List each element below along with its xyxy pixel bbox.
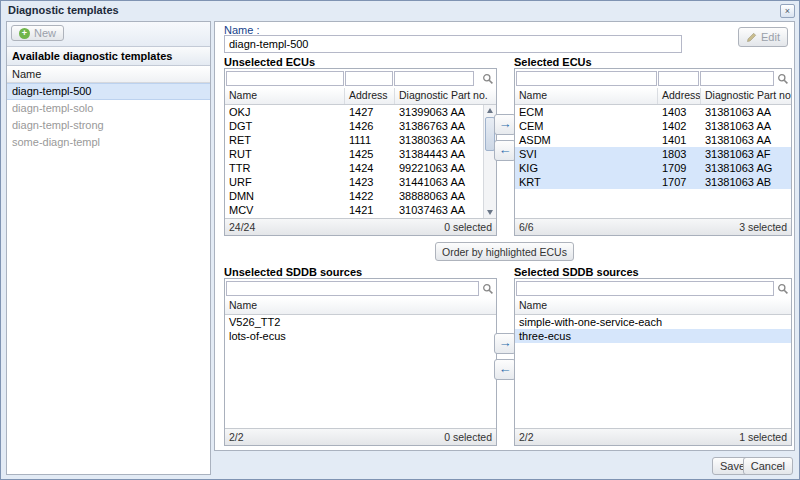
table-row[interactable]: ASDM 1401 31381063 AA	[515, 133, 791, 147]
cell-part: 31381063 AA	[701, 133, 775, 147]
cancel-button[interactable]: Cancel	[743, 457, 793, 475]
close-icon[interactable]: ×	[780, 4, 795, 18]
row-count: 2/2	[519, 431, 534, 443]
filter-input-name[interactable]	[226, 281, 479, 296]
cell-address: 1709	[658, 161, 701, 175]
filter-input-name[interactable]	[516, 281, 774, 296]
column-header-name[interactable]: Name	[515, 298, 791, 314]
cell-name: V526_TT2	[225, 315, 496, 329]
edit-button[interactable]: Edit	[738, 27, 788, 47]
list-item[interactable]: diagn-templ-strong	[7, 117, 210, 134]
move-right-button[interactable]: →	[494, 114, 516, 135]
filter-input-name[interactable]	[226, 71, 344, 86]
table-row[interactable]: URF 1423 31441063 AA	[225, 175, 496, 189]
search-icon[interactable]	[480, 281, 495, 296]
scroll-down-icon[interactable]	[487, 210, 493, 215]
cell-part: 31380363 AA	[395, 133, 469, 147]
templates-column-header[interactable]: Name	[7, 66, 210, 83]
table-row[interactable]: RET 1111 31380363 AA	[225, 133, 496, 147]
move-right-button[interactable]: →	[494, 333, 516, 354]
selected-count: 3 selected	[739, 221, 787, 233]
table-row[interactable]: KIG 1709 31381063 AG	[515, 161, 791, 175]
list-item[interactable]: diagn-templ-500	[7, 83, 210, 100]
table-row[interactable]: simple-with-one-service-each	[515, 315, 791, 329]
templates-panel: + New Available diagnostic templates Nam…	[6, 21, 211, 475]
cell-part: 31381063 AA	[701, 105, 775, 119]
cell-address: 1422	[345, 189, 395, 203]
selected-ecus-grid: Name Address Diagnostic Part no. ECM 140…	[514, 68, 792, 236]
filter-input-part[interactable]	[394, 71, 474, 86]
order-by-highlighted-button[interactable]: Order by highlighted ECUs	[435, 242, 574, 261]
move-left-button[interactable]: ←	[494, 359, 516, 380]
filter-input-part[interactable]	[700, 71, 774, 86]
cell-address: 1427	[345, 105, 395, 119]
search-icon[interactable]	[775, 281, 790, 296]
selected-sddb-grid: Name simple-with-one-service-each three-…	[514, 278, 792, 446]
scroll-up-icon[interactable]	[487, 108, 493, 113]
table-row[interactable]: RUT 1425 31384443 AA	[225, 147, 496, 161]
column-header-name[interactable]: Name	[515, 88, 658, 104]
table-row[interactable]: MCV 1421 31037463 AA	[225, 203, 496, 217]
window-title: Diagnostic templates	[8, 4, 119, 16]
cell-name: DGT	[225, 119, 345, 133]
row-count: 6/6	[519, 221, 534, 233]
table-row[interactable]: three-ecus	[515, 329, 791, 343]
table-row[interactable]: DMN 1422 38888063 AA	[225, 189, 496, 203]
selected-sddb-title: Selected SDDB sources	[514, 266, 639, 278]
name-input[interactable]	[224, 35, 682, 53]
table-row[interactable]: OKJ 1427 31399063 AA	[225, 105, 496, 119]
cell-name: URF	[225, 175, 345, 189]
cell-address: 1424	[345, 161, 395, 175]
window-titlebar: Diagnostic templates	[1, 1, 799, 20]
table-row[interactable]: lots-of-ecus	[225, 329, 496, 343]
filter-input-address[interactable]	[658, 71, 699, 86]
cell-name: RET	[225, 133, 345, 147]
cell-name: simple-with-one-service-each	[515, 315, 791, 329]
selected-count: 1 selected	[739, 431, 787, 443]
cell-address: 1423	[345, 175, 395, 189]
column-header-name[interactable]: Name	[225, 298, 496, 314]
cell-part: 38888063 AA	[395, 189, 469, 203]
table-row[interactable]: V526_TT2	[225, 315, 496, 329]
row-count: 2/2	[229, 431, 244, 443]
column-header-address[interactable]: Address	[345, 88, 395, 104]
cell-name: RUT	[225, 147, 345, 161]
column-header-name[interactable]: Name	[225, 88, 345, 104]
unselected-sddb-grid: Name V526_TT2 lots-of-ecus 2/2 0 selecte…	[224, 278, 497, 446]
table-row[interactable]: DGT 1426 31386763 AA	[225, 119, 496, 133]
cell-address: 1426	[345, 119, 395, 133]
unselected-ecus-footer: 24/24 0 selected	[225, 218, 496, 235]
table-row[interactable]: KRT 1707 31381063 AB	[515, 175, 791, 189]
cell-name: MCV	[225, 203, 345, 217]
table-row[interactable]: ECM 1403 31381063 AA	[515, 105, 791, 119]
template-detail-panel: Name : Edit Unselected ECUs	[214, 21, 795, 451]
unselected-ecus-grid: Name Address Diagnostic Part no. OKJ 142…	[224, 68, 497, 236]
selected-ecus-column-headers: Name Address Diagnostic Part no.	[515, 88, 791, 105]
cell-name: KIG	[515, 161, 658, 175]
table-row[interactable]: CEM 1402 31381063 AA	[515, 119, 791, 133]
filter-input-name[interactable]	[516, 71, 657, 86]
table-row[interactable]: TTR 1424 99221063 AA	[225, 161, 496, 175]
cell-name: ASDM	[515, 133, 658, 147]
search-icon[interactable]	[480, 71, 495, 86]
table-row[interactable]: SVI 1803 31381063 AF	[515, 147, 791, 161]
list-item[interactable]: diagn-templ-solo	[7, 100, 210, 117]
column-header-part[interactable]: Diagnostic Part no.	[395, 88, 496, 104]
list-item[interactable]: some-diagn-templ	[7, 134, 210, 151]
filter-input-address[interactable]	[345, 71, 393, 86]
selected-ecus-footer: 6/6 3 selected	[515, 218, 791, 235]
column-header-address[interactable]: Address	[658, 88, 701, 104]
column-header-part[interactable]: Diagnostic Part no.	[701, 88, 791, 104]
cell-address: 1803	[658, 147, 701, 161]
unselected-ecus-column-headers: Name Address Diagnostic Part no.	[225, 88, 496, 105]
plus-icon: +	[19, 28, 30, 39]
search-icon[interactable]	[775, 71, 790, 86]
new-button[interactable]: + New	[11, 25, 64, 41]
cell-name: CEM	[515, 119, 658, 133]
selected-ecus-title: Selected ECUs	[514, 56, 592, 68]
move-left-button[interactable]: ←	[494, 140, 516, 161]
unselected-ecus-body: OKJ 1427 31399063 AA DGT 1426 31386763 A…	[225, 105, 496, 218]
unselected-ecus-title: Unselected ECUs	[224, 56, 315, 68]
cell-name: KRT	[515, 175, 658, 189]
cell-part: 31037463 AA	[395, 203, 469, 217]
